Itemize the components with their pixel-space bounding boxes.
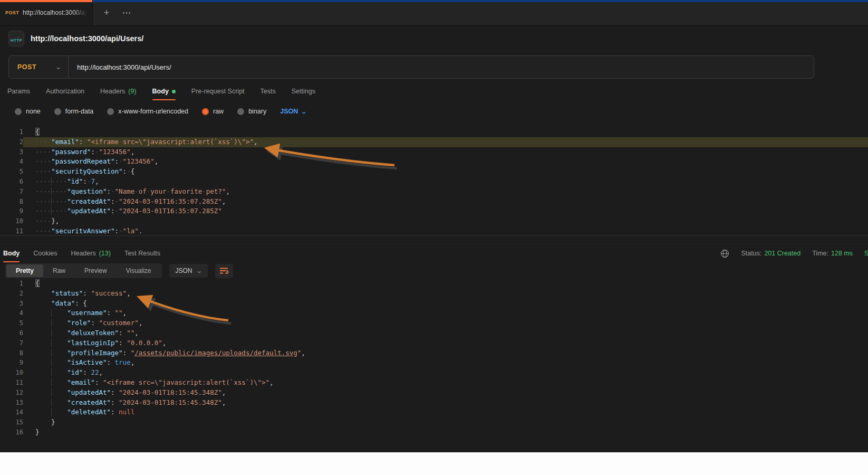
network-globe-icon — [720, 249, 729, 258]
method-dropdown[interactable]: POST ⌄ — [9, 56, 68, 78]
app-window: POST http://localhost:3000/ap + ••• → HT… — [0, 0, 868, 475]
more-tabs-icon[interactable]: ••• — [120, 6, 134, 19]
http-icon-arrow: → — [16, 35, 20, 38]
code-line: 7 "lastLoginIp": "0.0.0.0", — [0, 338, 868, 348]
code-line: 10 "id": 22, — [0, 368, 868, 378]
code-line: 7········"question":·"Name·of·your·favor… — [0, 187, 868, 197]
tab-body[interactable]: Body — [152, 88, 176, 95]
divider — [0, 244, 868, 244]
code-line: 14 "deletedAt": null — [0, 407, 868, 417]
radio-icon — [54, 108, 61, 115]
divider — [0, 235, 868, 236]
body-modified-dot — [172, 90, 176, 93]
response-body-editor[interactable]: 1{2 "status": "success",3 "data": {4 "us… — [0, 279, 868, 442]
status-value: 201 Created — [764, 250, 801, 257]
headers-count: (9) — [128, 88, 136, 95]
code-line: 9 "isActive": true, — [0, 358, 868, 368]
code-line: 8 "profileImage": "/assets/public/images… — [0, 348, 868, 358]
chevron-down-icon: ⌄ — [55, 64, 62, 71]
view-switcher: Pretty Raw Preview Visualize — [5, 263, 162, 278]
response-view-toolbar: Pretty Raw Preview Visualize JSON ⌄ — [5, 263, 233, 278]
code-line: 2····"email":·"<iframe·src=\"javascript:… — [0, 137, 868, 147]
time-value: 128 ms — [831, 250, 853, 257]
code-line: 4 "username": "", — [0, 308, 868, 318]
mode-none[interactable]: none — [15, 108, 41, 115]
response-header: Body Cookies Headers(13) Test Results St… — [3, 245, 868, 262]
code-line: 3 "data": { — [0, 299, 868, 309]
response-tab-body[interactable]: Body — [3, 250, 20, 257]
tab-tests[interactable]: Tests — [261, 88, 276, 95]
top-accent-strip — [93, 0, 868, 2]
code-line: 12 "updatedAt": "2024-03-01T18:15:45.348… — [0, 388, 868, 398]
request-tab-bar: POST http://localhost:3000/ap + ••• — [0, 0, 868, 26]
active-tab-indicator — [0, 0, 92, 2]
tab-params[interactable]: Params — [7, 88, 30, 95]
code-line: 6 "deluxeToken": "", — [0, 328, 868, 338]
code-line: 3····"password":·"123456", — [0, 147, 868, 157]
code-line: 5 "role": "customer", — [0, 318, 868, 328]
response-language-dropdown[interactable]: JSON ⌄ — [169, 264, 208, 278]
request-tab[interactable]: POST http://localhost:3000/ap — [0, 0, 93, 25]
view-pretty[interactable]: Pretty — [6, 264, 43, 277]
mode-x-www-form-urlencoded[interactable]: x-www-form-urlencoded — [107, 108, 188, 115]
tab-method-badge: POST — [5, 10, 19, 15]
tab-title: http://localhost:3000/ap — [23, 9, 87, 16]
code-line: 4····"passwordRepeat":·"123456", — [0, 157, 868, 167]
tab-headers[interactable]: Headers(9) — [100, 88, 137, 95]
http-request-icon: → HTTP — [8, 31, 24, 46]
code-line: 8········"createdAt":·"2024-03-01T16:35:… — [0, 197, 868, 207]
response-tab-cookies[interactable]: Cookies — [33, 250, 57, 257]
code-line: 5····"securityQuestion":·{ — [0, 167, 868, 177]
tab-pre-request-script[interactable]: Pre-request Script — [191, 88, 245, 95]
chevron-down-icon: ⌄ — [196, 268, 202, 274]
response-status-bar: Status: 201 Created Time: 128 ms S — [720, 245, 868, 262]
code-line: 9········"updatedAt":·"2024-03-01T16:35:… — [0, 206, 868, 216]
code-line: 13 "createdAt": "2024-03-01T18:15:45.348… — [0, 398, 868, 408]
view-raw[interactable]: Raw — [43, 264, 75, 277]
mode-binary[interactable]: binary — [237, 108, 266, 115]
bottom-white-band — [0, 452, 868, 475]
code-line: 16} — [0, 428, 868, 438]
radio-icon — [15, 108, 22, 115]
code-line: 15 } — [0, 417, 868, 428]
code-line: 6········"id":·7, — [0, 177, 868, 187]
code-line: 2 "status": "success", — [0, 289, 868, 299]
request-body-editor[interactable]: 1{2····"email":·"<iframe·src=\"javascrip… — [0, 127, 868, 233]
body-mode-row: none form-data x-www-form-urlencoded raw… — [15, 105, 306, 118]
radio-selected-icon — [202, 108, 209, 115]
code-line: 11 "email": "<iframe src=\"javascript:al… — [0, 378, 868, 388]
code-line: 1{ — [0, 279, 868, 289]
method-label: POST — [17, 63, 36, 71]
new-tab-button[interactable]: + — [100, 6, 113, 19]
view-preview[interactable]: Preview — [75, 264, 117, 277]
request-section-tabs: Params Authorization Headers(9) Body Pre… — [7, 84, 315, 98]
response-headers-count: (13) — [99, 250, 111, 257]
code-line: 11····"securityAnswer":·"la", — [0, 226, 868, 233]
wrap-lines-button[interactable] — [215, 264, 233, 278]
radio-icon — [107, 108, 114, 115]
response-tab-test-results[interactable]: Test Results — [124, 250, 160, 257]
time-field: Time: 128 ms — [812, 250, 853, 257]
url-input[interactable]: http://localhost:3000/api/Users/ — [69, 63, 171, 71]
response-tab-headers[interactable]: Headers(13) — [71, 250, 110, 257]
chevron-down-icon: ⌄ — [301, 109, 307, 115]
size-field-clipped: S — [864, 250, 868, 257]
url-builder: POST ⌄ http://localhost:3000/api/Users/ — [8, 55, 814, 79]
raw-language-dropdown[interactable]: JSON ⌄ — [280, 108, 306, 115]
request-title: http://localhost:3000/api/Users/ — [31, 34, 143, 43]
code-line: 10····}, — [0, 216, 868, 226]
tab-settings[interactable]: Settings — [292, 88, 315, 95]
wrap-lines-icon — [219, 267, 229, 274]
tab-authorization[interactable]: Authorization — [46, 88, 84, 95]
mode-raw[interactable]: raw — [202, 108, 224, 115]
breadcrumb: → HTTP http://localhost:3000/api/Users/ — [8, 30, 143, 48]
view-visualize[interactable]: Visualize — [117, 264, 161, 277]
mode-form-data[interactable]: form-data — [54, 108, 94, 115]
response-tabs: Body Cookies Headers(13) Test Results — [3, 250, 160, 257]
code-line: 1{ — [0, 127, 868, 137]
status-field: Status: 201 Created — [741, 250, 801, 257]
radio-icon — [237, 108, 244, 115]
